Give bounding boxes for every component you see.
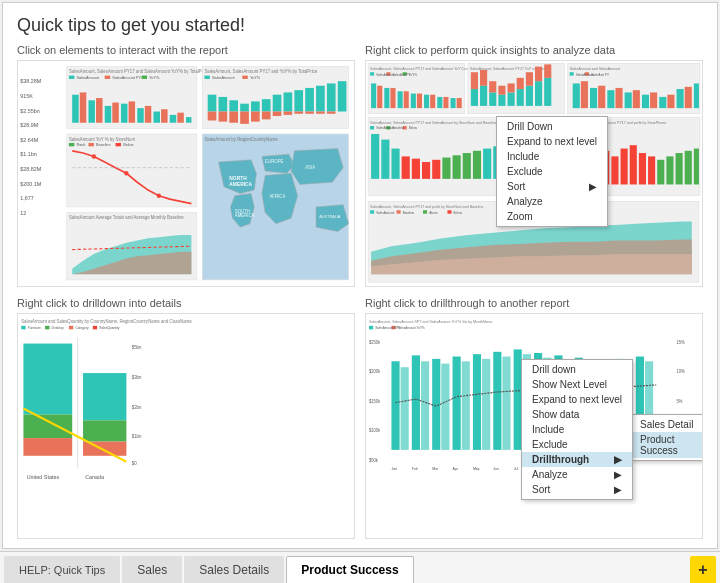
svg-rect-221 — [23, 438, 72, 456]
svg-text:AMERICA: AMERICA — [235, 213, 255, 218]
section-drilldown-title: Right click to drilldown into details — [17, 297, 355, 309]
svg-rect-172 — [473, 151, 481, 179]
svg-rect-259 — [502, 356, 510, 449]
svg-text:SalesAmt PY: SalesAmt PY — [591, 72, 610, 76]
svg-text:$250k: $250k — [369, 339, 381, 344]
svg-rect-49 — [262, 99, 271, 111]
cm2-exclude[interactable]: Exclude — [522, 437, 632, 452]
svg-rect-58 — [305, 112, 314, 114]
svg-text:$200k: $200k — [369, 368, 381, 373]
tab-sales-details[interactable]: Sales Details — [184, 556, 284, 583]
svg-rect-135 — [570, 72, 574, 75]
svg-rect-45 — [240, 104, 249, 112]
svg-rect-252 — [432, 358, 440, 449]
svg-rect-108 — [430, 95, 435, 108]
svg-text:SalesAmount YoY % by StoreNum: SalesAmount YoY % by StoreNum — [69, 137, 135, 142]
cm2-show-next[interactable]: Show Next Level — [522, 377, 632, 392]
svg-text:$3bn: $3bn — [132, 374, 142, 379]
section-interact-content[interactable]: $38.28M 915K $2.55bn $28.9M $2.64M $1.1b… — [17, 60, 355, 287]
section-drillthrough-content[interactable]: SalesAmount, SalesAmount SPY and SalesAm… — [365, 313, 703, 540]
svg-text:United States: United States — [27, 474, 60, 480]
submenu-sales-detail[interactable]: Sales Detail — [632, 417, 703, 432]
cm-exclude[interactable]: Exclude — [497, 164, 607, 179]
svg-rect-141 — [590, 88, 597, 108]
svg-rect-101 — [384, 88, 389, 108]
main-content: Quick tips to get you started! Click on … — [2, 2, 718, 549]
context-menu-insights: Drill Down Expand to next level Include … — [496, 116, 608, 227]
svg-text:Rank: Rank — [77, 143, 86, 147]
svg-text:$28.82M: $28.82M — [20, 166, 41, 172]
cm2-analyze[interactable]: Analyze — [522, 467, 632, 482]
cm2-drillthrough[interactable]: Drillthrough — [522, 452, 632, 467]
svg-rect-129 — [535, 81, 542, 106]
svg-rect-250 — [412, 355, 420, 450]
cm2-show-data[interactable]: Show data — [522, 407, 632, 422]
svg-text:Jan: Jan — [391, 466, 397, 470]
section-interact-title: Click on elements to interact with the r… — [17, 44, 355, 56]
svg-rect-163 — [381, 140, 389, 179]
svg-text:Furniture: Furniture — [28, 326, 41, 330]
svg-rect-199 — [370, 210, 374, 213]
svg-text:$50k: $50k — [369, 457, 379, 462]
svg-rect-29 — [161, 109, 168, 122]
cm-include[interactable]: Include — [497, 149, 607, 164]
svg-rect-42 — [219, 112, 228, 122]
cm-drill-down[interactable]: Drill Down — [497, 119, 607, 134]
svg-rect-169 — [442, 158, 450, 179]
tab-add-button[interactable]: + — [690, 556, 716, 583]
cm-zoom[interactable]: Zoom — [497, 209, 607, 224]
cm2-include[interactable]: Include — [522, 422, 632, 437]
svg-rect-127 — [526, 86, 533, 106]
svg-rect-46 — [240, 112, 249, 124]
svg-text:YoY%: YoY% — [250, 76, 261, 80]
svg-rect-249 — [401, 367, 409, 450]
svg-rect-20 — [88, 100, 95, 122]
svg-text:$100k: $100k — [369, 427, 381, 432]
svg-text:EUROPE: EUROPE — [265, 159, 283, 164]
svg-rect-54 — [284, 112, 293, 115]
svg-text:15%: 15% — [677, 339, 685, 344]
svg-rect-257 — [482, 358, 490, 449]
section-drillthrough: Right click to drillthrough to another r… — [365, 297, 703, 540]
section-quick-insights-content[interactable]: SalesAmount, SalesAmount PY17 and SalesA… — [365, 60, 703, 287]
svg-point-73 — [92, 154, 96, 158]
svg-rect-125 — [517, 89, 524, 106]
svg-rect-32 — [186, 117, 191, 123]
svg-rect-189 — [630, 145, 637, 184]
cm2-sort[interactable]: Sort — [522, 482, 632, 497]
svg-text:1,677: 1,677 — [20, 195, 34, 201]
svg-text:SalesAmount Average Totals and: SalesAmount Average Totals and Average M… — [69, 215, 184, 220]
svg-rect-12 — [69, 76, 74, 79]
svg-rect-18 — [72, 95, 79, 123]
section-drilldown: Right click to drilldown into details Sa… — [17, 297, 355, 540]
svg-text:915K: 915K — [20, 93, 33, 99]
submenu-product-success[interactable]: Product Success — [632, 432, 703, 458]
cm-analyze[interactable]: Analyze — [497, 194, 607, 209]
cm2-drill-down[interactable]: Drill down — [522, 362, 632, 377]
svg-text:Baseline: Baseline — [96, 143, 111, 147]
tab-product-success[interactable]: Product Success — [286, 556, 413, 583]
svg-rect-43 — [229, 100, 238, 111]
svg-rect-70 — [116, 143, 121, 146]
svg-text:SalesAmount and SalesAmount: SalesAmount and SalesAmount — [570, 67, 621, 71]
cm-expand[interactable]: Expand to next level — [497, 134, 607, 149]
svg-rect-111 — [451, 98, 456, 108]
tab-sales[interactable]: Sales — [122, 556, 182, 583]
svg-rect-156 — [370, 126, 374, 129]
svg-rect-187 — [611, 156, 618, 184]
cm-sort[interactable]: Sort — [497, 179, 607, 194]
svg-rect-63 — [338, 81, 347, 111]
svg-rect-26 — [137, 108, 144, 123]
svg-rect-164 — [391, 149, 399, 179]
svg-rect-50 — [262, 112, 271, 120]
svg-rect-191 — [648, 156, 655, 184]
tab-help-quick-tips[interactable]: HELP: Quick Tips — [4, 556, 120, 583]
svg-text:12: 12 — [20, 210, 26, 216]
svg-rect-126 — [517, 78, 524, 89]
cm2-expand[interactable]: Expand to next level — [522, 392, 632, 407]
svg-text:$2.55bn: $2.55bn — [20, 108, 40, 114]
svg-rect-171 — [463, 153, 471, 179]
svg-rect-124 — [508, 83, 515, 92]
section-drilldown-content[interactable]: SalesAmount and SalesQuantity by Country… — [17, 313, 355, 540]
svg-rect-173 — [483, 149, 491, 179]
